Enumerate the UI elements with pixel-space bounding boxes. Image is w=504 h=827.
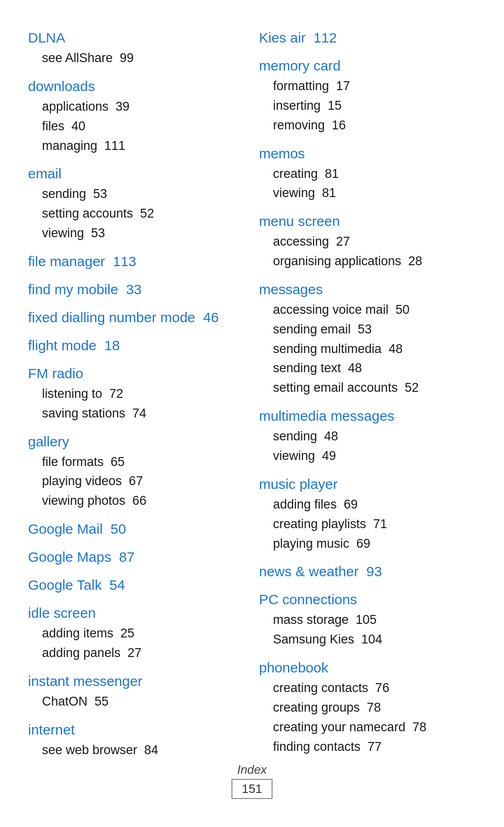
entry-header: menu screen [259,212,476,231]
index-entry: DLNAsee AllShare 99 [28,28,245,68]
sub-items-list: creating contacts 76creating groups 78cr… [273,679,476,756]
index-entry: Google Mail 50 [28,519,245,539]
entry-header: DLNA [28,28,245,48]
index-entry: instant messengerChatON 55 [28,671,245,712]
index-entry: downloadsapplications 39files 40managing… [28,77,245,156]
right-column: Kies air 112memory cardformatting 17inse… [259,28,476,769]
sub-item: sending 53 [42,184,245,204]
sub-items-list: formatting 17inserting 15removing 16 [273,77,476,135]
page-footer: Index 151 [0,763,504,799]
sub-item: playing music 69 [273,534,476,554]
sub-item: removing 16 [273,116,476,135]
index-entry: Google Maps 87 [28,547,245,567]
sub-items-list: creating 81viewing 81 [273,164,476,204]
sub-item: finding contacts 77 [273,737,476,757]
index-entry: internetsee web browser 84 [28,720,245,760]
sub-item: saving stations 74 [42,404,245,424]
sub-item: creating playlists 71 [273,515,476,534]
entry-header: Google Talk 54 [28,575,245,595]
sub-item: file formats 65 [42,452,245,472]
entry-header: idle screen [28,603,245,623]
sub-item: sending text 48 [273,359,476,378]
sub-item: formatting 17 [273,77,476,96]
sub-item: viewing 81 [273,184,476,203]
sub-item: viewing 53 [42,224,245,243]
footer-page-number: 151 [231,779,272,799]
entry-header: flight mode 18 [28,336,245,355]
sub-item: creating groups 78 [273,698,476,718]
index-entry: messagesaccessing voice mail 50sending e… [259,280,476,398]
index-entry: flight mode 18 [28,336,245,355]
entry-header: internet [28,720,245,740]
entry-header: memos [259,144,476,163]
sub-item: sending multimedia 48 [273,339,476,359]
sub-item: sending 48 [273,427,476,446]
entry-header: downloads [28,77,245,96]
sub-items-list: see AllShare 99 [42,49,245,68]
sub-item: setting email accounts 52 [273,378,476,398]
sub-item: see AllShare 99 [42,49,245,68]
index-entry: multimedia messagessending 48viewing 49 [259,406,476,466]
sub-item: sending email 53 [273,320,476,339]
sub-items-list: mass storage 105Samsung Kies 104 [273,610,476,650]
sub-item: organising applications 28 [273,252,476,271]
footer-label: Index [0,763,504,777]
entry-header: find my mobile 33 [28,280,245,299]
index-entry: galleryfile formats 65playing videos 67v… [28,432,245,511]
index-entry: Kies air 112 [259,28,476,48]
sub-item: adding panels 27 [42,643,245,663]
sub-item: ChatON 55 [42,692,245,712]
left-column: DLNAsee AllShare 99downloadsapplications… [28,28,259,769]
entry-header: instant messenger [28,671,245,691]
sub-items-list: applications 39files 40managing 111 [42,97,245,156]
sub-items-list: accessing voice mail 50sending email 53s… [273,300,476,398]
index-entry: memory cardformatting 17inserting 15remo… [259,56,476,135]
sub-item: see web browser 84 [42,741,245,760]
sub-item: creating 81 [273,164,476,184]
index-page: DLNAsee AllShare 99downloadsapplications… [28,28,476,769]
sub-item: playing videos 67 [42,472,245,491]
sub-item: mass storage 105 [273,610,476,630]
entry-header: messages [259,280,476,299]
sub-items-list: file formats 65playing videos 67viewing … [42,452,245,511]
index-entry: Google Talk 54 [28,575,245,595]
index-entry: memoscreating 81viewing 81 [259,144,476,204]
entry-header: FM radio [28,364,245,383]
entry-header: email [28,164,245,184]
entry-header: Google Maps 87 [28,547,245,567]
index-entry: news & weather 93 [259,562,476,581]
sub-items-list: sending 48viewing 49 [273,427,476,466]
index-entry: fixed dialling number mode 46 [28,308,245,327]
sub-items-list: ChatON 55 [42,692,245,712]
sub-item: inserting 15 [273,96,476,116]
entry-header: file manager 113 [28,252,245,271]
entry-header: phonebook [259,658,476,678]
sub-items-list: listening to 72saving stations 74 [42,384,245,424]
entry-header: fixed dialling number mode 46 [28,308,245,327]
entry-header: multimedia messages [259,406,476,426]
index-entry: emailsending 53setting accounts 52viewin… [28,164,245,243]
sub-item: managing 111 [42,136,245,156]
sub-item: accessing 27 [273,232,476,252]
sub-item: Samsung Kies 104 [273,630,476,650]
sub-items-list: adding files 69creating playlists 71play… [273,495,476,554]
index-entry: idle screenadding items 25adding panels … [28,603,245,663]
sub-item: adding files 69 [273,495,476,515]
index-entry: PC connectionsmass storage 105Samsung Ki… [259,590,476,650]
sub-items-list: accessing 27organising applications 28 [273,232,476,271]
sub-item: setting accounts 52 [42,204,245,224]
index-entry: music playeradding files 69creating play… [259,474,476,554]
entry-header: Kies air 112 [259,28,476,48]
sub-item: accessing voice mail 50 [273,300,476,320]
sub-items-list: adding items 25adding panels 27 [42,624,245,663]
sub-item: applications 39 [42,97,245,117]
entry-header: memory card [259,56,476,76]
entry-header: PC connections [259,590,476,609]
index-entry: FM radiolistening to 72saving stations 7… [28,364,245,424]
sub-item: files 40 [42,117,245,136]
index-entry: menu screenaccessing 27organising applic… [259,212,476,271]
entry-header: music player [259,474,476,494]
sub-items-list: sending 53setting accounts 52viewing 53 [42,184,245,243]
sub-items-list: see web browser 84 [42,741,245,760]
entry-header: news & weather 93 [259,562,476,581]
